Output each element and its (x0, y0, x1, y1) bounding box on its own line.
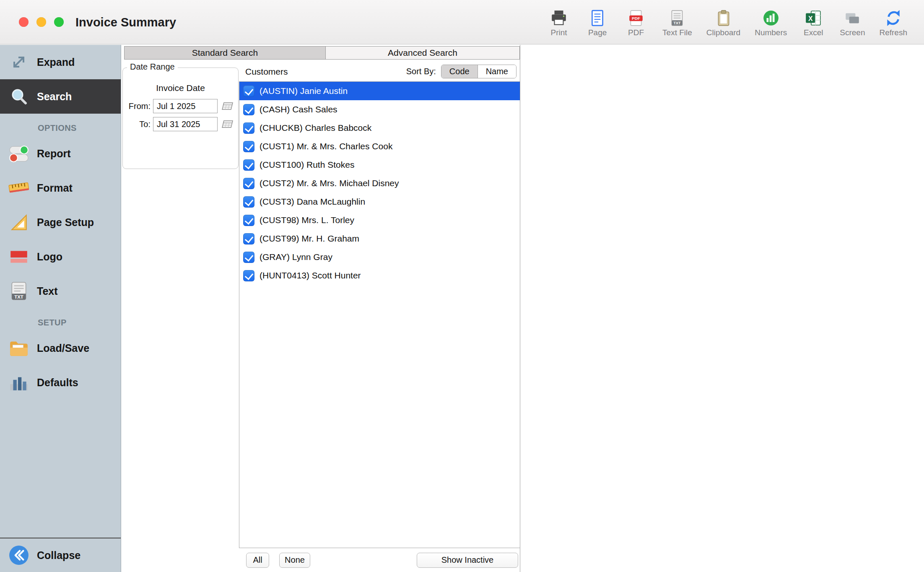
tool-label: Numbers (755, 28, 787, 37)
sidebar-section-setup: SETUP (0, 308, 121, 331)
sidebar-item-label: Expand (37, 56, 75, 68)
select-all-button[interactable]: All (246, 553, 269, 568)
title-bar: Invoice Summary Print Page PDF PDF (0, 0, 924, 44)
ruler-icon (7, 176, 31, 200)
customer-label: (CUST3) Dana McLaughlin (260, 197, 365, 207)
tool-label: Page (588, 28, 607, 37)
sidebar-item-text[interactable]: TXT Text (0, 274, 121, 308)
text-file-button[interactable]: TXT Text File (662, 8, 692, 37)
numbers-icon (762, 8, 780, 27)
customer-checkbox[interactable] (243, 86, 254, 97)
sidebar-item-format[interactable]: Format (0, 171, 121, 205)
sidebar-item-label: Load/Save (37, 342, 89, 354)
numbers-button[interactable]: Numbers (755, 8, 787, 37)
screen-icon (844, 8, 861, 27)
print-button[interactable]: Print (547, 8, 571, 37)
customer-row[interactable]: (CUST3) Dana McLaughlin (239, 192, 520, 211)
collapse-icon (7, 543, 31, 567)
pdf-icon: PDF (627, 8, 645, 27)
sort-by-label: Sort By: (406, 67, 436, 76)
to-date-input[interactable] (153, 117, 218, 131)
sidebar-item-label: Logo (37, 251, 62, 263)
date-range-group: Date Range Invoice Date From: To: (122, 68, 239, 169)
minimize-button[interactable] (36, 17, 46, 27)
customer-row[interactable]: (HUNT0413) Scott Hunter (239, 266, 520, 285)
logo-flag-icon (7, 244, 31, 269)
svg-text:X: X (808, 15, 813, 22)
svg-text:TXT: TXT (14, 294, 23, 299)
excel-icon: X (805, 8, 822, 27)
tool-label: PDF (628, 28, 644, 37)
tool-label: Screen (840, 28, 865, 37)
from-calendar-icon[interactable] (221, 101, 233, 111)
tool-label: Print (551, 28, 567, 37)
customer-label: (CUST99) Mr. H. Graham (260, 234, 359, 244)
screen-button[interactable]: Screen (840, 8, 865, 37)
page-button[interactable]: Page (585, 8, 610, 37)
customer-row[interactable]: (CUST1) Mr. & Mrs. Charles Cook (239, 137, 520, 156)
txt-doc-icon: TXT (7, 279, 31, 303)
customer-checkbox[interactable] (243, 104, 254, 115)
customer-label: (HUNT0413) Scott Hunter (260, 270, 361, 281)
customer-row[interactable]: (AUSTIN) Janie Austin (239, 82, 520, 100)
customer-label: (CUST98) Mrs. L. Torley (260, 215, 354, 225)
customer-row[interactable]: (CUST100) Ruth Stokes (239, 156, 520, 174)
sort-code-button[interactable]: Code (441, 65, 478, 78)
customer-row[interactable]: (GRAY) Lynn Gray (239, 248, 520, 266)
select-none-button[interactable]: None (279, 553, 310, 568)
customer-label: (CUST2) Mr. & Mrs. Michael Disney (260, 178, 399, 188)
sidebar-item-load-save[interactable]: Load/Save (0, 331, 121, 365)
sidebar-item-label: Page Setup (37, 216, 94, 229)
customer-label: (GRAY) Lynn Gray (260, 252, 332, 262)
close-button[interactable] (19, 17, 29, 27)
page-icon (589, 8, 606, 27)
sidebar-item-expand[interactable]: Expand (0, 45, 121, 79)
customer-checkbox[interactable] (243, 215, 254, 226)
customer-row[interactable]: (CUST99) Mr. H. Graham (239, 229, 520, 248)
clipboard-button[interactable]: Clipboard (706, 8, 740, 37)
pdf-button[interactable]: PDF PDF (624, 8, 648, 37)
customer-checkbox[interactable] (243, 122, 254, 134)
sidebar-item-page-setup[interactable]: Page Setup (0, 205, 121, 239)
factory-icon (7, 370, 31, 395)
from-date-input[interactable] (153, 99, 218, 113)
sidebar-item-search[interactable]: Search (0, 79, 121, 114)
sort-name-button[interactable]: Name (478, 65, 516, 78)
folder-icon (7, 336, 31, 360)
expand-icon (7, 50, 31, 74)
tab-advanced-search[interactable]: Advanced Search (326, 46, 520, 60)
customer-row[interactable]: (CUST98) Mrs. L. Torley (239, 211, 520, 229)
customer-checkbox[interactable] (243, 141, 254, 152)
customer-checkbox[interactable] (243, 233, 254, 244)
customer-label: (CUST1) Mr. & Mrs. Charles Cook (260, 141, 392, 151)
sort-segmented-control: Code Name (441, 65, 517, 78)
sidebar-item-report[interactable]: Report (0, 136, 121, 171)
tool-label: Clipboard (706, 28, 740, 37)
customer-checkbox[interactable] (243, 178, 254, 189)
customer-row[interactable]: (CUST2) Mr. & Mrs. Michael Disney (239, 174, 520, 192)
sidebar-item-defaults[interactable]: Defaults (0, 365, 121, 400)
toggles-icon (7, 141, 31, 166)
refresh-button[interactable]: Refresh (879, 8, 907, 37)
tab-standard-search[interactable]: Standard Search (124, 46, 326, 60)
customers-title: Customers (245, 67, 288, 77)
customer-checkbox[interactable] (243, 252, 254, 263)
zoom-button[interactable] (54, 17, 64, 27)
set-square-icon (7, 210, 31, 234)
show-inactive-button[interactable]: Show Inactive (417, 553, 518, 568)
page-title: Invoice Summary (75, 0, 176, 44)
report-preview-area (520, 45, 924, 572)
sidebar-item-logo[interactable]: Logo (0, 239, 121, 274)
customer-checkbox[interactable] (243, 270, 254, 281)
sidebar-item-collapse[interactable]: Collapse (0, 538, 121, 572)
customer-checkbox[interactable] (243, 196, 254, 208)
sidebar-item-label: Collapse (37, 549, 80, 562)
customer-row[interactable]: (CHUCKB) Charles Babcock (239, 119, 520, 137)
to-calendar-icon[interactable] (221, 119, 233, 129)
customer-row[interactable]: (CASH) Cash Sales (239, 100, 520, 119)
search-icon (7, 84, 31, 109)
excel-button[interactable]: X Excel (801, 8, 825, 37)
refresh-icon (885, 8, 902, 27)
customer-checkbox[interactable] (243, 159, 254, 171)
customer-label: (CHUCKB) Charles Babcock (260, 123, 371, 133)
